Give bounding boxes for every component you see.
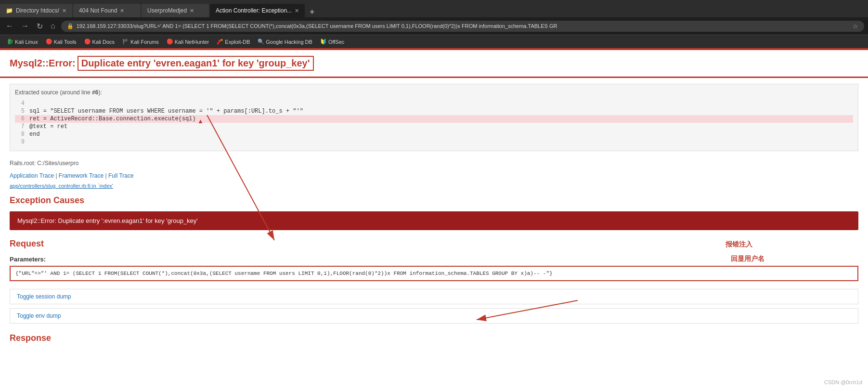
- application-trace-link[interactable]: Application Trace: [10, 172, 54, 179]
- code-line-9: 9: [15, 138, 853, 146]
- bookmark-kali-linux[interactable]: 🐉 Kali Linux: [4, 38, 41, 46]
- error-prefix: Mysql2::Error:: [10, 58, 76, 69]
- code-line-8: 8 end: [15, 130, 853, 138]
- error-title: Mysql2::Error: Duplicate entry 'evren.ea…: [10, 56, 858, 71]
- tab-close[interactable]: ✕: [190, 8, 194, 14]
- exception-cause-box: Mysql2::Error: Duplicate entry ':evren.e…: [10, 211, 858, 230]
- exception-causes-heading: Exception Causes: [0, 190, 868, 208]
- tab-close[interactable]: ✕: [295, 8, 299, 14]
- url-text: 192.168.159.127:33033/slug?URL=' AND 1= …: [77, 23, 850, 29]
- tab-label: 404 Not Found: [79, 7, 117, 14]
- tab-directory[interactable]: 📁 Directory htdocs/ ✕: [0, 4, 72, 17]
- tab-userpro[interactable]: UserproMedjed ✕: [142, 4, 209, 17]
- annotation-bao-cuo-ru: 报错注入: [725, 240, 752, 249]
- url-box[interactable]: 🔒 192.168.159.127:33033/slug?URL=' AND 1…: [61, 21, 864, 32]
- toggle-session-button[interactable]: Toggle session dump: [10, 289, 858, 304]
- tab-label: UserproMedjed: [147, 7, 187, 14]
- toggle-env-button[interactable]: Toggle env dump: [10, 308, 858, 324]
- error-highlight-entry: Duplicate entry 'evren.eagan1' for key '…: [78, 56, 314, 71]
- home-button[interactable]: ⌂: [49, 21, 57, 31]
- tab-action-controller[interactable]: Action Controller: Exception... ✕: [210, 4, 305, 17]
- annotation-hui-xian: 回显用户名: [731, 255, 764, 263]
- back-button[interactable]: ←: [4, 21, 15, 31]
- code-line-4: 4: [15, 100, 853, 107]
- bookmark-exploit-db[interactable]: 🧨 Exploit-DB: [214, 38, 253, 46]
- code-block: 4 5 sql = "SELECT username FROM users WH…: [15, 100, 853, 146]
- bookmark-kali-docs[interactable]: 🔴 Kali Docs: [81, 38, 117, 46]
- tab-label: Action Controller: Exception...: [216, 7, 292, 14]
- code-line-5: 5 sql = "SELECT username FROM users WHER…: [15, 107, 853, 115]
- address-bar: ← → ↻ ⌂ 🔒 192.168.159.127:33033/slug?URL…: [0, 17, 868, 35]
- tab-favicon: 📁: [6, 7, 13, 14]
- tab-close[interactable]: ✕: [62, 8, 66, 14]
- new-tab-button[interactable]: +: [306, 7, 319, 17]
- bookmark-google-hacking[interactable]: 🔍 Google Hacking DB: [255, 38, 315, 46]
- framework-trace-link[interactable]: Framework Trace: [59, 172, 104, 179]
- bookmarks-bar: 🐉 Kali Linux 🔴 Kali Tools 🔴 Kali Docs 🏴 …: [0, 35, 868, 48]
- forward-button[interactable]: →: [19, 21, 31, 31]
- source-section: Extracted source (around line #6): 4 5 s…: [10, 84, 858, 151]
- arrow-pointer-up: ▲: [197, 117, 204, 125]
- bookmark-kali-nethunter[interactable]: 🔴 Kali NetHunter: [164, 38, 212, 46]
- code-line-6-highlighted: 6 ret = ActiveRecord::Base.connection.ex…: [15, 115, 853, 123]
- bookmark-kali-tools[interactable]: 🔴 Kali Tools: [43, 38, 79, 46]
- trace-file-link[interactable]: app/controllers/slug_controller.rb:6:in …: [0, 182, 868, 190]
- rails-root: Rails.root: C:/Sites/userpro: [0, 157, 868, 169]
- error-header: Mysql2::Error: Duplicate entry 'evren.ea…: [0, 50, 868, 78]
- full-trace-link[interactable]: Full Trace: [108, 172, 134, 179]
- bookmark-star[interactable]: ☆: [853, 23, 858, 30]
- code-line-7: 7 @text = ret: [15, 123, 853, 130]
- tab-404[interactable]: 404 Not Found ✕: [73, 4, 141, 17]
- params-value: {"URL"=>"' AND 1= (SELECT 1 FROM(SELECT …: [10, 266, 858, 281]
- trace-links: Application Trace | Framework Trace | Fu…: [0, 169, 868, 182]
- tab-close[interactable]: ✕: [120, 8, 124, 14]
- reload-button[interactable]: ↻: [35, 21, 45, 32]
- source-label: Extracted source (around line #6):: [15, 89, 853, 96]
- bookmark-offsec[interactable]: 🔰 OffSec: [317, 38, 347, 46]
- tab-bar: 📁 Directory htdocs/ ✕ 404 Not Found ✕ Us…: [0, 0, 868, 17]
- bookmark-kali-forums[interactable]: 🏴 Kali Forums: [119, 38, 162, 46]
- response-heading: Response: [0, 327, 868, 346]
- tab-label: Directory htdocs/: [16, 7, 59, 14]
